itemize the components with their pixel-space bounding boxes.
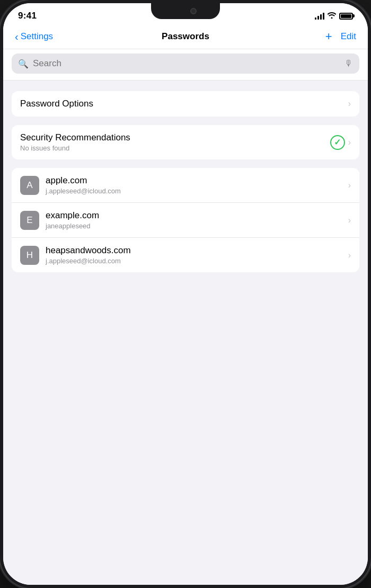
heapsandwoods-chevron-icon: ›	[348, 251, 351, 260]
security-icons: ✓ ›	[330, 135, 351, 150]
apple-chevron-icon: ›	[348, 181, 351, 190]
screen: 9:41	[3, 3, 368, 585]
chevron-right-icon: ›	[348, 99, 351, 109]
signal-bar-4	[323, 13, 324, 20]
wifi-icon	[328, 12, 336, 20]
example-site-name: example.com	[46, 210, 348, 221]
password-list-card: A apple.com j.appleseed@icloud.com › E e…	[12, 168, 359, 272]
edit-button[interactable]: Edit	[341, 31, 356, 42]
heapsandwoods-username: j.appleseed@icloud.com	[46, 257, 348, 265]
apple-site-name: apple.com	[46, 175, 348, 186]
notch-camera	[190, 8, 197, 14]
apple-username: j.appleseed@icloud.com	[46, 187, 348, 195]
password-options-text: Password Options	[20, 99, 348, 109]
check-circle-icon: ✓	[330, 135, 345, 150]
page-title: Passwords	[162, 31, 209, 42]
example-icon: E	[20, 211, 39, 230]
signal-icon	[315, 12, 324, 20]
heapsandwoods-site-name: heapsandwoods.com	[46, 245, 348, 256]
status-bar: 9:41	[3, 3, 368, 25]
back-label: Settings	[21, 31, 53, 42]
security-row[interactable]: Security Recommendations No issues found…	[12, 125, 359, 159]
security-text: Security Recommendations No issues found	[20, 132, 330, 152]
signal-bar-2	[317, 16, 319, 20]
signal-bar-3	[320, 14, 322, 20]
security-chevron-right-icon: ›	[348, 138, 351, 147]
battery-icon	[339, 13, 353, 20]
chevron-left-icon: ‹	[15, 31, 19, 42]
search-icon: 🔍	[18, 59, 29, 69]
navigation-bar: ‹ Settings Passwords + Edit	[3, 25, 368, 49]
notch	[151, 3, 220, 19]
password-row-apple[interactable]: A apple.com j.appleseed@icloud.com ›	[12, 168, 359, 202]
example-chevron-icon: ›	[348, 216, 351, 225]
security-title: Security Recommendations	[20, 132, 330, 143]
back-button[interactable]: ‹ Settings	[15, 31, 57, 42]
password-options-card: Password Options ›	[12, 91, 359, 117]
search-container: 🔍 🎙	[3, 49, 368, 81]
apple-icon: A	[20, 176, 39, 195]
time-display: 9:41	[18, 11, 37, 21]
add-password-button[interactable]: +	[325, 31, 332, 42]
microphone-icon[interactable]: 🎙	[344, 59, 353, 68]
security-subtitle: No issues found	[20, 144, 330, 152]
nav-actions: + Edit	[314, 31, 356, 42]
password-row-example[interactable]: E example.com janeappleseed ›	[12, 202, 359, 237]
apple-info: apple.com j.appleseed@icloud.com	[46, 175, 348, 195]
phone-frame: 9:41	[0, 0, 371, 588]
search-bar[interactable]: 🔍 🎙	[12, 54, 359, 74]
password-options-row[interactable]: Password Options ›	[12, 91, 359, 117]
status-icons	[315, 12, 353, 20]
content-area: Password Options › Security Recommendati…	[3, 81, 368, 585]
battery-fill	[341, 14, 351, 18]
password-row-heapsandwoods[interactable]: H heapsandwoods.com j.appleseed@icloud.c…	[12, 237, 359, 272]
signal-bar-1	[315, 17, 316, 20]
security-recommendations-card: Security Recommendations No issues found…	[12, 125, 359, 159]
password-options-title: Password Options	[20, 99, 93, 109]
example-username: janeappleseed	[46, 222, 348, 230]
example-info: example.com janeappleseed	[46, 210, 348, 230]
heapsandwoods-icon: H	[20, 246, 39, 265]
heapsandwoods-info: heapsandwoods.com j.appleseed@icloud.com	[46, 245, 348, 265]
search-input[interactable]	[33, 58, 340, 69]
